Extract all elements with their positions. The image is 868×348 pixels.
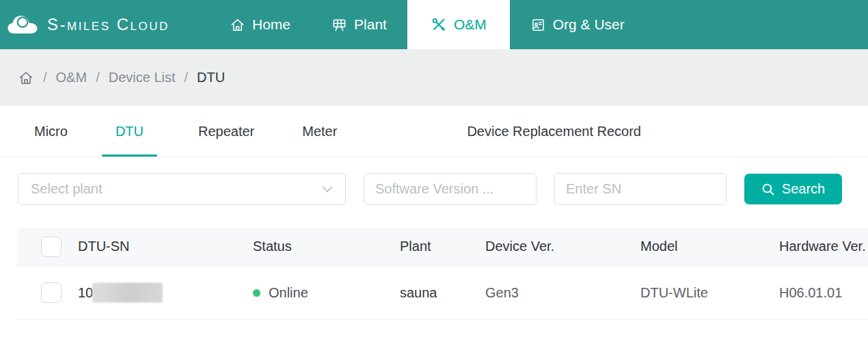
column-header-model: Model (640, 239, 779, 254)
nav-item-plant[interactable]: Plant (311, 0, 407, 49)
table-row: 10B Online sauna Gen3 DTU-WLite H06.01.0… (18, 266, 868, 320)
breadcrumb-separator: / (96, 70, 100, 85)
row-checkbox[interactable] (41, 282, 62, 303)
breadcrumb: / O&M / Device List / DTU (0, 49, 868, 106)
select-all-checkbox[interactable] (41, 237, 62, 257)
nav-label: Plant (354, 16, 387, 33)
search-button-label: Search (782, 181, 825, 197)
column-header-device-ver: Device Ver. (485, 239, 640, 254)
breadcrumb-separator: / (185, 70, 189, 85)
online-status-dot (253, 289, 260, 297)
cloud-logo-icon (7, 14, 38, 36)
nav-item-home[interactable]: Home (209, 0, 311, 49)
nav-label: O&M (454, 16, 487, 33)
table-header-row: DTU-SN Status Plant Device Ver. Model Ha… (18, 228, 868, 266)
tab-meter[interactable]: Meter (288, 106, 351, 157)
status-cell: Online (253, 285, 400, 301)
device-ver-cell: Gen3 (485, 285, 640, 301)
breadcrumb-item-device-list[interactable]: Device List (109, 70, 176, 85)
tab-repeater[interactable]: Repeater (185, 106, 268, 157)
brand-logo[interactable]: S-miles Cloud (0, 0, 209, 49)
plant-select-placeholder: Select plant (31, 181, 103, 197)
software-version-input[interactable] (364, 173, 537, 205)
column-header-dtu-sn: DTU-SN (78, 239, 253, 254)
search-icon (761, 183, 775, 196)
nav-item-org-user[interactable]: Org & User (510, 0, 645, 49)
dtu-table: DTU-SN Status Plant Device Ver. Model Ha… (18, 228, 868, 320)
dtu-sn-cell: 10B (78, 285, 253, 301)
home-icon (230, 17, 245, 33)
breadcrumb-separator: / (43, 70, 47, 85)
tools-icon (431, 16, 447, 33)
status-value: Online (269, 285, 308, 301)
hardware-ver-cell: H06.01.01 (779, 285, 868, 301)
filter-bar: Select plant Search (18, 173, 868, 205)
nav-label: Org & User (553, 16, 625, 33)
chevron-down-icon (322, 186, 333, 193)
breadcrumb-home-icon[interactable] (18, 70, 34, 86)
model-cell: DTU-WLite (640, 285, 779, 301)
nav-item-om[interactable]: O&M (407, 0, 510, 49)
plant-cell: sauna (400, 285, 485, 301)
brand-name: S-miles Cloud (47, 15, 169, 34)
id-card-icon (530, 17, 546, 33)
solar-panel-icon (331, 17, 347, 33)
tab-dtu[interactable]: DTU (102, 106, 157, 157)
sn-input[interactable] (554, 173, 727, 205)
plant-select[interactable]: Select plant (18, 173, 346, 205)
tab-micro[interactable]: Micro (21, 106, 81, 157)
main-nav: Home Plant O&M (209, 0, 645, 49)
breadcrumb-item-om[interactable]: O&M (56, 70, 87, 85)
breadcrumb-item-dtu: DTU (197, 70, 225, 85)
column-header-status: Status (253, 239, 400, 254)
app-header: S-miles Cloud Home Plant (0, 0, 868, 49)
column-header-hardware-ver: Hardware Ver. (779, 239, 868, 254)
tab-device-replacement-record[interactable]: Device Replacement Record (453, 106, 655, 157)
search-button[interactable]: Search (744, 174, 842, 204)
device-type-tabs: Micro DTU Repeater Meter Device Replacem… (0, 106, 868, 157)
nav-label: Home (252, 16, 290, 33)
sn-redaction-blur (92, 283, 163, 303)
column-header-plant: Plant (400, 239, 485, 254)
